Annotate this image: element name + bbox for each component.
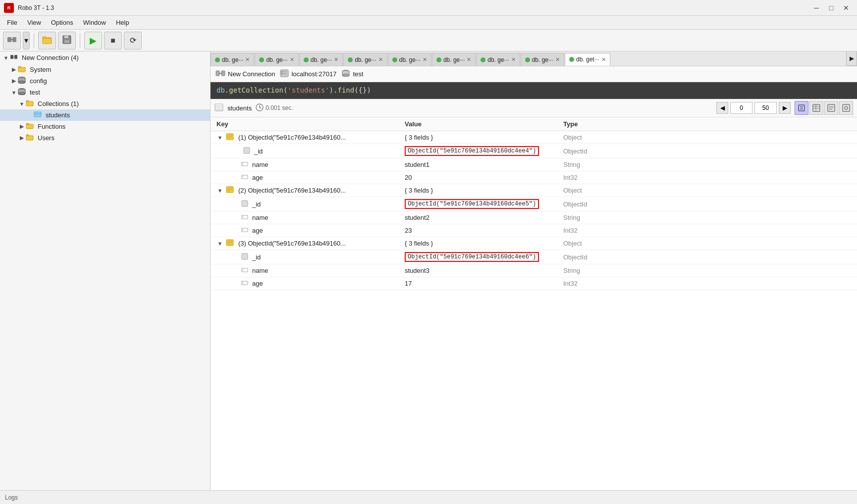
table-row[interactable]: ▼ (3) ObjectId("5e91c769e134b49160... { … bbox=[211, 237, 857, 250]
table-row[interactable]: ▶ name student3 String bbox=[211, 264, 857, 277]
connect-button[interactable] bbox=[3, 32, 21, 50]
type-cell-age2: Int32 bbox=[563, 227, 672, 234]
tab-close-9[interactable]: ✕ bbox=[601, 56, 606, 63]
tab-5[interactable]: db. ge··· ✕ bbox=[388, 53, 431, 66]
tab-label-5: db. ge··· bbox=[399, 56, 421, 63]
results-time-value: 0.001 sec. bbox=[266, 104, 293, 111]
close-button[interactable]: ✕ bbox=[839, 1, 853, 15]
table-row[interactable]: ▶ _id ObjectId("5e91c769e134b49160dc4ee5… bbox=[211, 197, 857, 211]
tab-dot-8 bbox=[525, 57, 530, 62]
tab-close-3[interactable]: ✕ bbox=[334, 56, 338, 63]
menu-options[interactable]: Options bbox=[46, 17, 78, 28]
type-cell-id1: ObjectId bbox=[563, 148, 672, 155]
connect-dropdown[interactable]: ▾ bbox=[23, 32, 30, 50]
sidebar-item-test[interactable]: ▼ test bbox=[0, 87, 210, 98]
header-extra bbox=[672, 120, 851, 128]
doc-icon-row2 bbox=[225, 186, 234, 195]
database-item[interactable]: test bbox=[341, 69, 363, 79]
table-row[interactable]: ▶ age 20 Int32 bbox=[211, 171, 857, 184]
expand-arrow-collections[interactable]: ▼ bbox=[18, 101, 26, 107]
page-size-input[interactable] bbox=[754, 102, 777, 114]
table-row[interactable]: ▶ _id ObjectId("5e91c769e134b49160dc4ee6… bbox=[211, 250, 857, 264]
tab-close-6[interactable]: ✕ bbox=[467, 56, 471, 63]
server-icon bbox=[280, 69, 289, 79]
key-label-age2: age bbox=[252, 227, 263, 234]
tab-1[interactable]: db. ge··· ✕ bbox=[211, 53, 254, 66]
sidebar-item-config[interactable]: ▶ config bbox=[0, 75, 210, 87]
logs-label[interactable]: Logs bbox=[5, 494, 18, 501]
expand-row2[interactable]: ▼ bbox=[216, 188, 223, 194]
sidebar-item-collections[interactable]: ▼ Collections (1) bbox=[0, 98, 210, 109]
server-item[interactable]: localhost:27017 bbox=[280, 69, 336, 79]
tree-view-button[interactable] bbox=[795, 101, 808, 115]
tab-close-1[interactable]: ✕ bbox=[245, 56, 250, 63]
tab-4[interactable]: db. ge··· ✕ bbox=[343, 53, 387, 66]
svg-rect-10 bbox=[18, 67, 25, 72]
prev-page-button[interactable]: ◀ bbox=[716, 102, 728, 114]
type-cell-age3: Int32 bbox=[563, 280, 672, 287]
maximize-button[interactable]: □ bbox=[824, 1, 838, 15]
expand-arrow-users[interactable]: ▶ bbox=[18, 135, 26, 141]
menu-window[interactable]: Window bbox=[78, 17, 111, 28]
tab-2[interactable]: db. ge··· ✕ bbox=[255, 53, 298, 66]
tab-close-4[interactable]: ✕ bbox=[378, 56, 383, 63]
custom-view-button[interactable] bbox=[839, 101, 853, 115]
refresh-button[interactable]: ⟳ bbox=[124, 32, 142, 50]
play-button[interactable]: ▶ bbox=[84, 32, 102, 50]
separator1 bbox=[34, 33, 34, 48]
menu-help[interactable]: Help bbox=[111, 17, 134, 28]
minimize-button[interactable]: ─ bbox=[809, 1, 823, 15]
table-row[interactable]: ▼ (2) ObjectId("5e91c769e134b49160... { … bbox=[211, 184, 857, 197]
svg-point-12 bbox=[18, 81, 25, 84]
sidebar-item-users[interactable]: ▶ Users bbox=[0, 132, 210, 144]
connection-item[interactable]: New Connection bbox=[215, 69, 275, 79]
sidebar-item-functions[interactable]: ▶ Functions bbox=[0, 121, 210, 132]
table-row[interactable]: ▶ _id ObjectId("5e91c769e134b49160dc4ee4… bbox=[211, 144, 857, 158]
db-icon-test bbox=[18, 88, 26, 97]
separator2 bbox=[80, 33, 80, 48]
open-button[interactable] bbox=[38, 32, 56, 50]
table-view-button[interactable] bbox=[809, 101, 823, 115]
table-row[interactable]: ▶ age 23 Int32 bbox=[211, 224, 857, 237]
svg-rect-6 bbox=[64, 40, 69, 43]
svg-rect-63 bbox=[242, 201, 248, 206]
stop-button[interactable]: ■ bbox=[104, 32, 122, 50]
menu-view[interactable]: View bbox=[22, 17, 46, 28]
menu-file[interactable]: File bbox=[2, 17, 22, 28]
tab-7[interactable]: db. ge··· ✕ bbox=[476, 53, 520, 66]
tab-3[interactable]: db. ge··· ✕ bbox=[299, 53, 343, 66]
sidebar-item-students[interactable]: ▶ students bbox=[0, 109, 210, 121]
text-view-button[interactable] bbox=[824, 101, 838, 115]
expand-row1[interactable]: ▼ bbox=[216, 135, 223, 141]
type-cell-row3: Object bbox=[563, 240, 672, 247]
expand-arrow-functions[interactable]: ▶ bbox=[18, 123, 26, 130]
value-cell-age2: 23 bbox=[405, 227, 563, 234]
tab-close-5[interactable]: ✕ bbox=[423, 56, 427, 63]
tab-8[interactable]: db. ge··· ✕ bbox=[521, 53, 564, 66]
expand-arrow-system[interactable]: ▶ bbox=[10, 66, 18, 73]
tab-close-7[interactable]: ✕ bbox=[511, 56, 516, 63]
table-row[interactable]: ▶ name student2 String bbox=[211, 211, 857, 224]
key-label-row1: (1) ObjectId("5e91c769e134b49160... bbox=[238, 134, 346, 141]
sidebar-connection[interactable]: ▼ New Connection (4) bbox=[0, 51, 210, 64]
sidebar-item-system[interactable]: ▶ System bbox=[0, 64, 210, 75]
tabs-scroll-right[interactable]: ▶ bbox=[846, 51, 857, 66]
table-row[interactable]: ▶ age 17 Int32 bbox=[211, 277, 857, 290]
value-cell-name2: student2 bbox=[405, 214, 563, 221]
tab-close-8[interactable]: ✕ bbox=[555, 56, 560, 63]
table-row[interactable]: ▶ name student1 String bbox=[211, 158, 857, 171]
tab-9[interactable]: db. get··· ✕ bbox=[565, 53, 610, 66]
sidebar: ▼ New Connection (4) ▶ System ▶ config ▼ bbox=[0, 51, 211, 490]
tab-6[interactable]: db. ge··· ✕ bbox=[432, 53, 476, 66]
key-cell-name2: ▶ name bbox=[216, 213, 405, 222]
table-row[interactable]: ▼ (1) ObjectId("5e91c769e134b49160... { … bbox=[211, 131, 857, 144]
expand-arrow-test[interactable]: ▼ bbox=[10, 90, 18, 96]
save-button[interactable] bbox=[58, 32, 76, 50]
next-page-button[interactable]: ▶ bbox=[779, 102, 791, 114]
expand-arrow-connection[interactable]: ▼ bbox=[2, 55, 10, 61]
page-number-input[interactable] bbox=[730, 102, 752, 114]
expand-row3[interactable]: ▼ bbox=[216, 241, 223, 247]
tab-close-2[interactable]: ✕ bbox=[290, 56, 294, 63]
tab-dot-7 bbox=[481, 57, 485, 62]
expand-arrow-config[interactable]: ▶ bbox=[10, 78, 18, 84]
